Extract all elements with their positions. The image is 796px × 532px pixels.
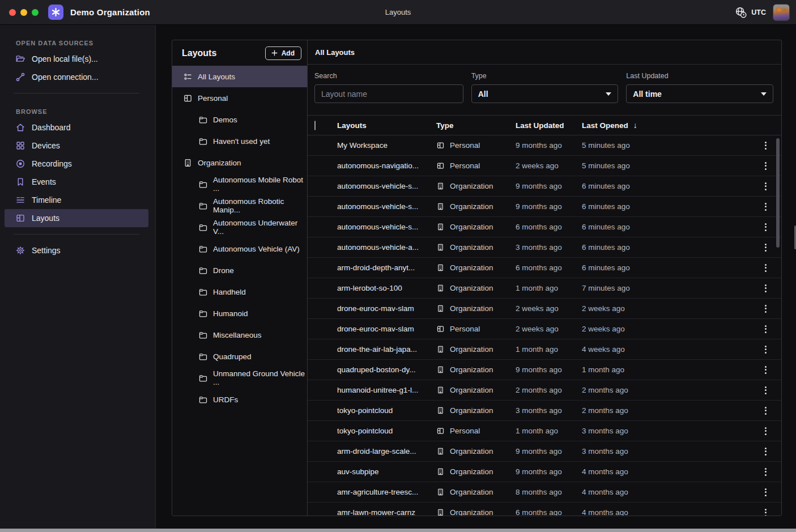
table-row[interactable]: autonomous-vehicle-s... Organization 9 m… [308, 197, 781, 217]
layout-type: Organization [436, 386, 516, 394]
zoom-button[interactable] [32, 9, 39, 16]
tree-item-label: Demos [213, 116, 237, 124]
layout-name: My Workspace [337, 141, 436, 150]
type-filter-select[interactable]: All [471, 84, 619, 103]
table-row[interactable]: My Workspace Personal 9 months ago 5 min… [308, 135, 781, 156]
tree-item[interactable]: Demos [172, 109, 307, 130]
tree-item-label: Autonomous Mobile Robot ... [213, 176, 307, 193]
tree-item[interactable]: Autonomous Mobile Robot ... [172, 173, 307, 195]
tree-item[interactable]: Quadruped [172, 346, 307, 367]
table-row[interactable]: amr-agriculture-treesc... Organization 8… [308, 482, 781, 503]
row-menu-button[interactable] [760, 240, 772, 256]
column-header-layouts[interactable]: Layouts [337, 121, 436, 130]
table-row[interactable]: autonomous-vehicle-s... Organization 6 m… [308, 217, 781, 237]
tree-item[interactable]: All Layouts [172, 66, 307, 87]
table-row[interactable]: amr-lawn-mower-carnz Organization 6 mont… [308, 503, 781, 516]
table-row[interactable]: autonomous-navigatio... Personal 2 weeks… [308, 156, 781, 176]
sidebar-item-settings[interactable]: Settings [5, 241, 148, 259]
row-menu-button[interactable] [760, 505, 772, 516]
close-button[interactable] [9, 9, 16, 16]
personal-layout-icon [436, 325, 445, 333]
tree-item-label: Personal [198, 94, 228, 103]
table-row[interactable]: humanoid-unitree-g1-l... Organization 2 … [308, 380, 781, 401]
layout-folder-tree: All Layouts Personal [172, 66, 307, 410]
row-menu-button[interactable] [760, 178, 772, 194]
open-data-sources-heading: OPEN DATA SOURCES [16, 40, 148, 46]
sidebar-item-devices[interactable]: Devices [5, 137, 148, 155]
sidebar-item-layouts[interactable]: Layouts [5, 209, 148, 227]
select-all-checkbox[interactable] [314, 121, 316, 130]
tree-item[interactable]: Autonomous Robotic Manip... [172, 195, 307, 216]
column-header-type[interactable]: Type [436, 121, 516, 130]
sidebar-item-timeline[interactable]: Timeline [5, 191, 148, 209]
table-scrollbar[interactable] [776, 138, 780, 248]
folder-icon [198, 201, 208, 211]
row-menu-button[interactable] [760, 219, 772, 235]
row-menu-button[interactable] [760, 362, 772, 378]
layout-name: autonomous-vehicle-s... [337, 182, 436, 190]
folder-icon [198, 395, 208, 405]
table-row[interactable]: autonomous-vehicle-a... Organization 3 m… [308, 237, 781, 258]
row-menu-button[interactable] [760, 464, 772, 480]
add-layout-button[interactable]: Add [265, 46, 301, 60]
tree-item[interactable]: Humanoid [172, 303, 307, 324]
search-input[interactable] [314, 84, 463, 103]
row-menu-button[interactable] [760, 280, 772, 296]
tree-item[interactable]: Unmanned Ground Vehicle ... [172, 367, 307, 389]
table-row[interactable]: autonomous-vehicle-s... Organization 9 m… [308, 176, 781, 197]
table-row[interactable]: quadruped-boston-dy... Organization 9 mo… [308, 360, 781, 380]
tree-item[interactable]: Miscellaneous [172, 324, 307, 346]
column-header-last-opened[interactable]: Last Opened ↓ [582, 121, 750, 130]
sidebar-item-events[interactable]: Events [5, 173, 148, 191]
organization-title: Demo Organization [70, 7, 150, 17]
minimize-button[interactable] [20, 9, 27, 16]
row-menu-button[interactable] [760, 484, 772, 500]
table-row[interactable]: arm-droid-large-scale... Organization 9 … [308, 441, 781, 462]
sidebar-item-dashboard[interactable]: Dashboard [5, 118, 148, 137]
table-row[interactable]: drone-the-air-lab-japa... Organization 1… [308, 339, 781, 360]
table-row[interactable]: tokyo-pointcloud Personal 1 month ago 3 … [308, 421, 781, 441]
timezone-selector[interactable]: UTC [734, 4, 767, 20]
open-local-file-button[interactable]: Open local file(s)... [5, 50, 148, 68]
row-menu-button[interactable] [760, 444, 772, 459]
column-header-last-updated[interactable]: Last Updated [516, 121, 582, 130]
table-row[interactable]: drone-euroc-mav-slam Organization 2 week… [308, 299, 781, 319]
panel-title: Layouts [182, 48, 216, 58]
table-row[interactable]: arm-lerobot-so-100 Organization 1 month … [308, 278, 781, 299]
tree-item[interactable]: Drone [172, 259, 307, 281]
row-menu-button[interactable] [760, 260, 772, 276]
row-menu-button[interactable] [760, 158, 772, 174]
layout-type-label: Organization [450, 304, 493, 313]
updated-filter-select[interactable]: All time [626, 84, 773, 103]
table-row[interactable]: tokyo-pointcloud Organization 3 months a… [308, 401, 781, 421]
folder-icon [198, 180, 208, 189]
tree-item[interactable]: Handheld [172, 281, 307, 303]
row-menu-button[interactable] [760, 382, 772, 398]
user-avatar[interactable] [773, 4, 790, 21]
layout-type-label: Personal [450, 141, 480, 150]
sidebar-item-label: Settings [32, 246, 61, 255]
tree-item[interactable]: Autonomous Vehicle (AV) [172, 238, 307, 259]
row-menu-button[interactable] [760, 403, 772, 419]
tree-item[interactable]: Haven't used yet [172, 130, 307, 152]
table-row[interactable]: drone-euroc-mav-slam Personal 2 weeks ag… [308, 319, 781, 339]
last-opened-value: 6 minutes ago [582, 263, 750, 272]
row-menu-button[interactable] [760, 423, 772, 439]
layout-name: arm-lerobot-so-100 [337, 284, 436, 292]
layout-type: Organization [436, 223, 516, 231]
row-menu-button[interactable] [760, 301, 772, 317]
table-row[interactable]: auv-subpipe Organization 9 months ago 4 … [308, 462, 781, 482]
tree-item[interactable]: Autonomous Underwater V... [172, 216, 307, 238]
tree-item[interactable]: Organization [172, 152, 307, 173]
row-menu-button[interactable] [760, 342, 772, 357]
sidebar-item-recordings[interactable]: Recordings [5, 155, 148, 173]
row-menu-button[interactable] [760, 321, 772, 337]
layout-type: Personal [436, 427, 516, 435]
tree-item[interactable]: Personal [172, 87, 307, 109]
tree-item[interactable]: URDFs [172, 389, 307, 410]
table-row[interactable]: arm-droid-depth-anyt... Organization 6 m… [308, 258, 781, 278]
organization-building-icon [436, 345, 445, 354]
row-menu-button[interactable] [760, 138, 772, 154]
open-connection-button[interactable]: Open connection... [5, 68, 148, 86]
row-menu-button[interactable] [760, 199, 772, 215]
